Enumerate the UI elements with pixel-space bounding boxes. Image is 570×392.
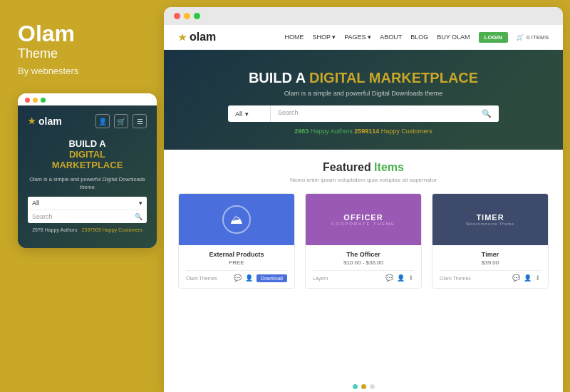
cart-area[interactable]: 🛒 0 ITEMS (517, 34, 549, 41)
mobile-cart-icon: 🛒 (114, 114, 128, 128)
mobile-mockup: ★ olam 👤 🛒 ☰ BUILD A DIGITAL MARKETPLACE… (18, 93, 157, 248)
mobile-logo: ★ olam (28, 115, 62, 127)
pagination-dots (164, 378, 563, 392)
brand-title: Olam (18, 21, 150, 46)
featured-title-green: Items (374, 161, 404, 173)
download-icon-3: ⬇ (535, 274, 541, 282)
product-thumb-1: ⛰ (179, 194, 294, 245)
product-author-1: Olam Themes (186, 276, 217, 281)
pagination-dot-2[interactable] (361, 384, 366, 389)
stat-authors-label: Happy Authors (311, 128, 355, 135)
mobile-headline-marketplace: MARKETPLACE (28, 160, 147, 170)
brand-by: By webnesters (18, 66, 150, 76)
user-icon-1: 👤 (245, 274, 253, 282)
login-button[interactable]: LOGIN (479, 32, 508, 43)
mobile-nav: ★ olam 👤 🛒 ☰ (28, 114, 147, 128)
site-nav: HOME SHOP ▾ PAGES ▾ ABOUT BLOG BUY OLAM … (284, 32, 549, 43)
site-hero: BUILD A DIGITAL MARKETPLACE Olam is a si… (164, 50, 563, 150)
product-card-1: ⛰ External Products FREE Olam Themes 💬 👤… (178, 193, 295, 289)
nav-buy-olam[interactable]: BUY OLAM (437, 33, 470, 41)
browser-chrome (164, 7, 563, 25)
mobile-nav-icons: 👤 🛒 ☰ (95, 114, 147, 128)
product-info-1: External Products FREE Olam Themes 💬 👤 D… (179, 245, 294, 288)
mobile-search-wrapper: All ▾ Search 🔍 (28, 197, 147, 223)
mobile-logo-text: olam (38, 115, 62, 127)
mobile-headline: BUILD A DIGITAL MARKETPLACE (28, 138, 147, 170)
product-info-3: Timer $39.00 Olam Themes 💬 👤 ⬇ (432, 245, 548, 287)
pagination-dot-1[interactable] (353, 384, 358, 389)
featured-section: Featured Items Nemo enim ipsam voluptate… (164, 150, 563, 378)
brand-subtitle: Theme (18, 46, 150, 61)
product-icon-3: TIMER (466, 213, 514, 222)
hero-search-button[interactable]: 🔍 (475, 105, 499, 122)
product-icon-2: OFFICER (331, 213, 395, 222)
nav-shop[interactable]: SHOP ▾ (312, 33, 336, 41)
product-author-2: Layern (313, 276, 328, 281)
browser-content: ★ olam HOME SHOP ▾ PAGES ▾ ABOUT BLOG BU… (164, 25, 563, 392)
featured-title: Featured Items (178, 161, 549, 174)
mobile-headline-digital: DIGITAL (28, 149, 147, 160)
star-icon: ★ (28, 116, 36, 126)
site-header: ★ olam HOME SHOP ▾ PAGES ▾ ABOUT BLOG BU… (164, 25, 563, 50)
mobile-user-icon: 👤 (95, 114, 110, 128)
product-price-1: FREE (186, 259, 287, 266)
nav-pages[interactable]: PAGES ▾ (344, 33, 371, 41)
product-name-1: External Products (186, 251, 287, 258)
mobile-search-cat: All ▾ (28, 197, 147, 210)
mobile-headline-build: BUILD A (28, 138, 147, 149)
mobile-hero-section: ★ olam 👤 🛒 ☰ BUILD A DIGITAL MARKETPLACE… (18, 105, 157, 248)
comment-icon-2: 💬 (385, 274, 393, 282)
product-icon-1: ⛰ (222, 205, 251, 234)
hero-search-category[interactable]: All ▾ (228, 105, 271, 122)
comment-icon-1: 💬 (234, 274, 242, 282)
mobile-stat-customers: 2597909 Happy Customers (82, 227, 142, 232)
mobile-top-bar (18, 93, 157, 105)
mobile-stat-authors: 2978 Happy Authors (32, 227, 77, 232)
mobile-dot-yellow (33, 98, 38, 103)
left-panel: Olam Theme By webnesters ★ olam 👤 🛒 ☰ (0, 0, 164, 392)
product-meta-1: Olam Themes 💬 👤 Download (186, 270, 287, 282)
hero-search-bar: All ▾ Search 🔍 (228, 105, 499, 122)
site-logo-text: olam (190, 31, 216, 43)
mobile-stats: 2978 Happy Authors 2597909 Happy Custome… (28, 227, 147, 232)
user-icon-3: 👤 (524, 274, 532, 282)
mobile-search-input: Search 🔍 (28, 210, 147, 223)
product-name-3: Timer (440, 251, 541, 258)
product-meta-3: Olam Themes 💬 👤 ⬇ (440, 270, 541, 282)
product-thumb-2: OFFICER CORPORATE THEME (306, 194, 421, 245)
product-card-3: TIMER Woocommerce Theme Timer $39.00 Ola… (432, 193, 549, 289)
hero-subtitle: Olam is a simple and powerful Digital Do… (185, 90, 542, 97)
product-author-3: Olam Themes (440, 276, 471, 281)
site-logo-star: ★ (178, 32, 187, 43)
hero-stats: 2983 Happy Authors 2599114 Happy Custome… (185, 128, 542, 135)
site-logo: ★ olam (178, 31, 216, 43)
hero-title-yellow: DIGITAL MARKETPLACE (309, 70, 478, 86)
nav-home[interactable]: HOME (284, 33, 304, 41)
product-actions-1: 💬 👤 Download (234, 274, 287, 282)
user-icon-2: 👤 (397, 274, 405, 282)
nav-about[interactable]: ABOUT (380, 33, 402, 41)
mobile-dot-green (41, 98, 46, 103)
product-name-2: The Officer (313, 251, 414, 258)
featured-title-black: Featured (323, 161, 371, 173)
hero-search-input[interactable]: Search (271, 105, 475, 122)
browser-dot-green (194, 13, 200, 19)
product-price-2: $10.00 - $36.00 (313, 259, 414, 266)
pagination-dot-3[interactable] (370, 384, 375, 389)
product-grid: ⛰ External Products FREE Olam Themes 💬 👤… (178, 193, 549, 289)
product-price-3: $39.00 (440, 259, 541, 266)
mobile-subtitle: Olam is a simple and powerful Digital Do… (28, 176, 147, 191)
product-info-2: The Officer $10.00 - $36.00 Layern 💬 👤 ⬇ (306, 245, 421, 287)
comment-icon-3: 💬 (512, 274, 520, 282)
hero-title: BUILD A DIGITAL MARKETPLACE (185, 70, 542, 86)
product-actions-2: 💬 👤 ⬇ (385, 274, 414, 282)
product-meta-2: Layern 💬 👤 ⬇ (313, 270, 414, 282)
featured-description: Nemo enim ipsam voluptatem quia voluptas… (178, 177, 549, 183)
product-card-2: OFFICER CORPORATE THEME The Officer $10.… (305, 193, 422, 289)
download-icon-2: ⬇ (408, 274, 414, 282)
browser-dot-yellow (184, 13, 190, 19)
hero-title-white: BUILD A (249, 70, 309, 86)
download-button-1[interactable]: Download (256, 274, 287, 282)
nav-blog[interactable]: BLOG (410, 33, 428, 41)
stat-customers-num: 2599114 (354, 128, 379, 135)
